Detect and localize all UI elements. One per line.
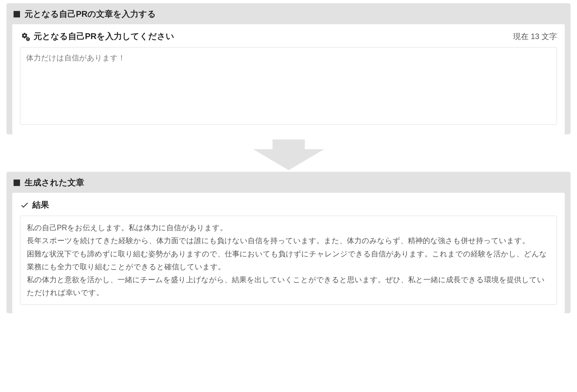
output-sub-header: 結果 xyxy=(20,199,557,211)
input-panel-title: 元となる自己PRの文章を入力する xyxy=(25,8,156,20)
input-panel-header: 元となる自己PRの文章を入力する xyxy=(6,3,571,24)
character-count: 現在 13 文字 xyxy=(513,31,557,42)
output-panel-header: 生成された文章 xyxy=(6,172,571,193)
input-panel: 元となる自己PRの文章を入力する 元となる自己PRを入力してください 現在 13… xyxy=(6,3,571,134)
gears-icon xyxy=(20,31,30,42)
input-panel-body: 元となる自己PRを入力してください 現在 13 文字 xyxy=(12,24,565,134)
output-panel: 生成された文章 結果 私の自己PRをお伝えします。私は体力に自信があります。長年… xyxy=(6,172,571,313)
down-arrow-icon xyxy=(240,139,337,172)
input-sub-header: 元となる自己PRを入力してください 現在 13 文字 xyxy=(20,31,557,42)
result-output: 私の自己PRをお伝えします。私は体力に自信があります。長年スポーツを続けてきた経… xyxy=(20,216,557,305)
output-panel-title: 生成された文章 xyxy=(25,177,84,188)
square-bullet-icon xyxy=(14,11,20,17)
svg-marker-0 xyxy=(253,139,324,170)
output-sub-title: 結果 xyxy=(32,199,49,211)
square-bullet-icon xyxy=(14,180,20,186)
check-icon xyxy=(20,201,29,210)
output-panel-body: 結果 私の自己PRをお伝えします。私は体力に自信があります。長年スポーツを続けて… xyxy=(12,193,565,313)
pr-input-textarea[interactable] xyxy=(20,47,557,125)
input-sub-title: 元となる自己PRを入力してください xyxy=(34,31,174,42)
down-arrow-divider xyxy=(6,139,571,172)
result-text: 私の自己PRをお伝えします。私は体力に自信があります。長年スポーツを続けてきた経… xyxy=(27,221,550,299)
